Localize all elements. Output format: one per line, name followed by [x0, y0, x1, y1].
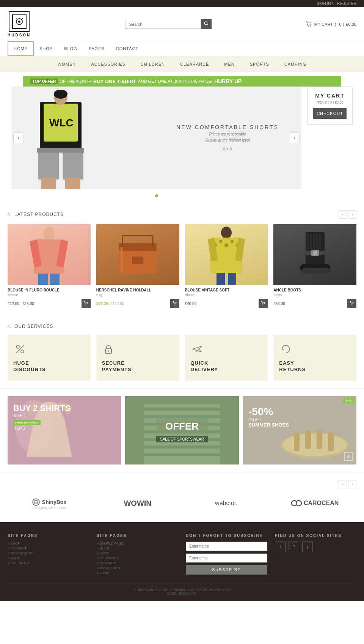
cart-count: ( 0 ) [335, 22, 344, 27]
product-footer-1: £12.00 - £15.00 [8, 299, 91, 308]
subscribe-button[interactable]: SUBSCRIBE [186, 565, 267, 575]
svg-rect-84 [317, 430, 322, 449]
brands-nav: ‹ › [8, 480, 356, 488]
brand-webctor-name: webctor. [215, 500, 238, 507]
footer-link-shop-2[interactable]: SHOP [97, 571, 178, 575]
slider-dots [11, 192, 301, 199]
svg-rect-77 [144, 446, 220, 449]
footer-link-cart-2[interactable]: CART [97, 551, 178, 555]
footer-link-contact-1[interactable]: CONTACT [8, 546, 89, 550]
footer-link-blog[interactable]: BLOG [97, 546, 178, 550]
footer-link-checkout-1[interactable]: CHECKOUT [8, 561, 89, 565]
subnav-men[interactable]: MEN [217, 60, 242, 68]
carocean-icon [291, 499, 302, 507]
shirts-headline: BUY 2 SHIRTS [13, 404, 71, 413]
promo-hurry: HURRY UP [214, 78, 242, 84]
nav-item-blog[interactable]: BLOG [58, 42, 83, 55]
product-card-3: BLOUSE VINTAGE SOFT Blouse £40.00 [185, 224, 268, 308]
subnav-clearance[interactable]: CLEARANCE [173, 60, 217, 68]
svg-rect-82 [294, 432, 300, 451]
products-prev-arrow[interactable]: ‹ [339, 210, 347, 219]
products-next-arrow[interactable]: › [348, 210, 356, 219]
subnav-camping[interactable]: CAMPING [277, 60, 314, 68]
svg-line-64 [16, 345, 24, 353]
brand-shinybox-name: ShinyBox [42, 499, 67, 505]
footer-link-cart-1[interactable]: CART [8, 556, 89, 560]
nav-item-home[interactable]: HOME [8, 41, 34, 56]
brands-prev-arrow[interactable]: ‹ [339, 480, 347, 488]
svg-rect-33 [121, 247, 122, 272]
footer-bottom: © DESIGNED BY TESLATHEMES. SUPPORTED BY … [8, 584, 356, 595]
add-to-cart-4[interactable] [347, 299, 356, 308]
search-button[interactable] [201, 19, 212, 29]
slider-subtitle1: Prices are reasonable [176, 132, 279, 136]
brands-next-arrow[interactable]: › [348, 480, 356, 488]
footer-link-checkout-2[interactable]: CHECKOUT [97, 556, 178, 560]
footer-link-account-2[interactable]: MY ACCOUNT [97, 566, 178, 570]
pinterest-icon[interactable]: P [289, 542, 299, 552]
promo-of-month: OF THE MONTH [60, 79, 92, 83]
svg-rect-83 [305, 430, 311, 449]
footer-link-shop-1[interactable]: SHOP [8, 542, 89, 545]
slider-dot-1[interactable] [155, 194, 158, 197]
promo-card-sportswear[interactable]: OFFER SALE OF SPORTSWEAR [125, 396, 239, 464]
register-link[interactable]: REGISTER [337, 2, 356, 6]
nav-item-contact[interactable]: CONTACT [110, 42, 144, 55]
svg-point-2 [18, 20, 20, 23]
slider-section: WLC NEW COMFORTABLE SHORTS [11, 87, 301, 199]
product-card-2: HERSCHEL RAVINE HOLDALL Bag £97.00 £112.… [96, 224, 179, 308]
footer-link-samplepage[interactable]: SAMPLE PAGE [97, 542, 178, 545]
services-grid: HUGEDISCOUNTS SECUREPAYMENTS QUICKDELIVE… [8, 335, 356, 381]
footer-col1-title: SITE PAGES [8, 534, 89, 538]
svg-rect-32 [132, 257, 143, 264]
nav-item-pages[interactable]: PAGES [83, 42, 110, 55]
svg-point-8 [310, 26, 311, 27]
subnav-children[interactable]: CHILDREN [133, 60, 173, 68]
facebook-icon[interactable]: f [275, 542, 286, 552]
delivery-icon [191, 342, 204, 356]
subnav-sports[interactable]: SPORTS [242, 60, 277, 68]
checkout-button[interactable]: CHECKOUT [313, 108, 347, 119]
footer-link-contact-2[interactable]: CONTACT [97, 561, 178, 565]
svg-line-4 [22, 18, 23, 19]
add-to-cart-2[interactable] [170, 299, 179, 308]
product-type-4: boots [273, 293, 356, 297]
svg-point-40 [224, 243, 228, 247]
signin-link[interactable]: SIGN IN [317, 2, 331, 6]
nav-item-shop[interactable]: ShoP [34, 42, 58, 55]
service-discounts-label: HUGEDISCOUNTS [13, 360, 46, 373]
add-to-cart-3[interactable] [259, 299, 268, 308]
twitter-icon[interactable]: t [302, 542, 313, 552]
subnav-accessories[interactable]: ACCESSORIES [83, 60, 133, 68]
slider-prev-button[interactable]: ‹ [13, 132, 24, 143]
main-nav: HOME ShoP BLOG PAGES CONTACT [0, 41, 364, 56]
cart-area[interactable]: MY CART ( 0 ) £0.00 [306, 21, 356, 27]
subnav-women[interactable]: WOMEN [50, 60, 83, 68]
svg-rect-73 [144, 415, 220, 418]
social-icons: f P t [275, 542, 356, 552]
promo-card-shoes[interactable]: SALE -50% ON ALL SUMMER SHOES ⊞ [243, 396, 356, 464]
search-input[interactable] [125, 20, 201, 29]
title-prefix: // [8, 212, 11, 217]
svg-point-61 [353, 305, 353, 305]
sub-nav: WOMEN ACCESSORIES CHILDREN CLEARANCE MEN… [0, 56, 364, 72]
service-discounts: HUGEDISCOUNTS [8, 335, 91, 381]
latest-products-section: // LATEST PRODUCTS ‹ › BLOUSE IN FLURO B… [0, 203, 364, 316]
cart-widget-items: ITEMS ( 0 ) £0.00 [313, 101, 347, 104]
products-nav-arrows: ‹ › [339, 210, 356, 219]
payments-icon [102, 342, 115, 356]
footer-name-input[interactable] [186, 542, 267, 551]
slider-next-button[interactable]: › [289, 132, 300, 143]
sportswear-content: OFFER SALE OF SPORTSWEAR [156, 418, 208, 442]
our-services-title: // OUR SERVICES [8, 324, 356, 329]
promo-card-shirts[interactable]: BUY 2 SHIRTS &GET FREE SHIPPING ITEMS [8, 396, 121, 464]
footer-link-account-1[interactable]: MY ACCOUNT [8, 551, 89, 555]
footer-grid: SITE PAGES SHOP CONTACT MY ACCOUNT CART … [8, 534, 356, 576]
footer-copyright: © DESIGNED BY TESLATHEMES. SUPPORTED BY … [8, 588, 356, 592]
header: HUDSON MY CART ( 0 ) £0.00 [0, 7, 364, 41]
cart-icon-4 [350, 301, 354, 306]
product-price-3: £40.00 [185, 302, 197, 306]
footer-email-input[interactable] [186, 553, 267, 563]
add-to-cart-1[interactable] [82, 299, 91, 308]
logo-box [9, 11, 30, 32]
